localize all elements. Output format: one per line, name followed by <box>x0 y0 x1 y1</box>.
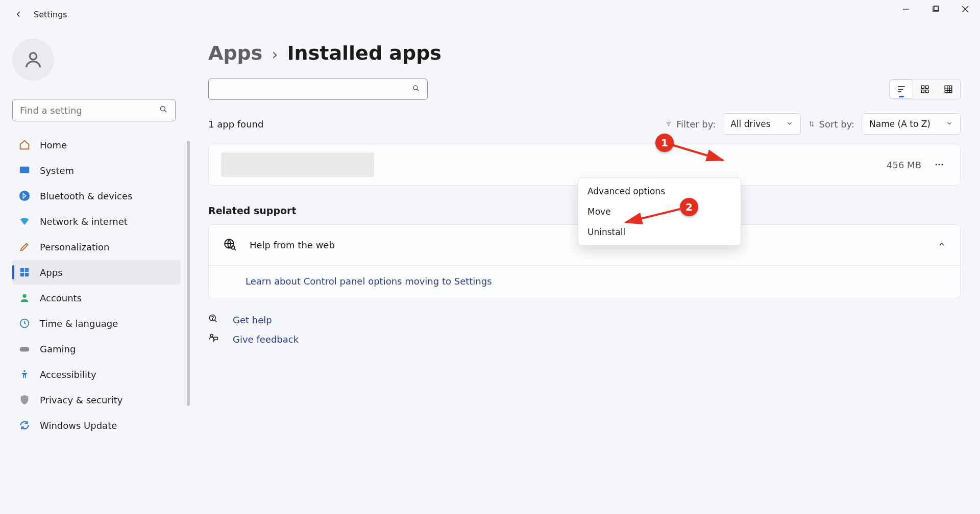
close-button[interactable] <box>950 0 980 18</box>
svg-line-43 <box>215 320 217 322</box>
system-icon <box>17 163 32 177</box>
find-setting-search[interactable] <box>12 99 176 121</box>
nav-windows-update[interactable]: Windows Update <box>12 413 181 438</box>
svg-point-42 <box>212 319 213 320</box>
nav-system[interactable]: System <box>12 158 181 183</box>
app-more-button[interactable] <box>930 156 948 173</box>
chevron-down-icon <box>786 119 793 129</box>
help-icon <box>208 314 219 326</box>
svg-point-36 <box>939 164 940 166</box>
title-bar: Settings <box>0 0 980 29</box>
nav-label: Bluetooth & devices <box>40 191 132 201</box>
svg-rect-27 <box>945 86 952 93</box>
sidebar: Home System Bluetooth & devices Network … <box>0 29 189 514</box>
nav-accounts[interactable]: Accounts <box>12 286 181 310</box>
nav-time-language[interactable]: Time & language <box>12 311 181 336</box>
user-avatar[interactable] <box>12 39 54 81</box>
app-name-placeholder <box>221 152 374 177</box>
nav-apps[interactable]: Apps <box>12 260 181 285</box>
svg-rect-11 <box>25 268 29 272</box>
nav-label: Accounts <box>40 293 82 303</box>
nav-label: Time & language <box>40 318 118 329</box>
filter-dropdown[interactable]: All drives <box>723 113 800 135</box>
minimize-button[interactable] <box>891 0 921 18</box>
nav-bluetooth[interactable]: Bluetooth & devices <box>12 184 181 208</box>
svg-rect-23 <box>921 86 924 88</box>
nav-label: Accessibility <box>40 369 96 380</box>
svg-rect-13 <box>25 273 29 276</box>
svg-line-7 <box>164 110 166 112</box>
feedback-link[interactable]: Give feedback <box>233 334 299 345</box>
apps-icon <box>17 265 32 279</box>
filter-label: Filter by: <box>665 119 716 130</box>
view-grid-button[interactable] <box>913 80 937 99</box>
sort-label: Sort by: <box>808 119 854 130</box>
app-size: 456 MB <box>887 160 921 170</box>
svg-point-6 <box>160 106 165 111</box>
breadcrumb-parent[interactable]: Apps <box>208 42 262 64</box>
svg-rect-16 <box>20 347 29 351</box>
accessibility-icon <box>17 367 32 381</box>
filter-icon <box>665 120 672 127</box>
window-title: Settings <box>34 10 67 19</box>
nav-label: Personalization <box>40 242 109 252</box>
svg-point-18 <box>413 86 418 90</box>
svg-point-35 <box>936 164 937 166</box>
support-link[interactable]: Learn about Control panel options moving… <box>246 276 492 287</box>
nav-label: Gaming <box>40 344 76 354</box>
get-help-link[interactable]: Get help <box>233 315 272 325</box>
breadcrumb-separator: › <box>272 45 278 63</box>
nav-label: Apps <box>40 267 63 278</box>
nav-accessibility[interactable]: Accessibility <box>12 362 181 387</box>
support-link-row: Learn about Control panel options moving… <box>209 266 960 298</box>
nav-personalization[interactable]: Personalization <box>12 235 181 259</box>
svg-rect-45 <box>214 337 218 340</box>
sort-dropdown[interactable]: Name (A to Z) <box>862 113 961 135</box>
nav-label: System <box>40 165 74 176</box>
window-controls <box>891 0 980 18</box>
app-search-box[interactable] <box>208 79 428 100</box>
svg-rect-8 <box>20 167 29 173</box>
home-icon <box>17 138 32 152</box>
breadcrumb: Apps › Installed apps <box>208 42 961 64</box>
back-button[interactable] <box>10 6 27 22</box>
find-setting-input[interactable] <box>20 105 159 116</box>
svg-line-19 <box>417 89 419 91</box>
svg-rect-12 <box>20 273 24 276</box>
globe-search-icon <box>223 238 236 253</box>
result-count: 1 app found <box>208 119 263 130</box>
feedback-row: Give feedback <box>208 333 961 345</box>
main-content: Apps › Installed apps <box>189 29 980 514</box>
gaming-icon <box>17 342 32 356</box>
maximize-button[interactable] <box>921 0 950 18</box>
svg-line-47 <box>626 209 680 222</box>
svg-rect-26 <box>926 90 928 93</box>
wifi-icon <box>17 214 32 228</box>
svg-rect-10 <box>20 268 24 272</box>
get-help-row: Get help <box>208 314 961 326</box>
sort-value: Name (A to Z) <box>869 119 930 129</box>
annotation-badge-2: 2 <box>680 198 698 216</box>
nav-gaming[interactable]: Gaming <box>12 337 181 361</box>
bluetooth-icon <box>17 189 32 203</box>
chevron-up-icon[interactable] <box>938 240 946 250</box>
svg-rect-24 <box>926 86 928 88</box>
sort-icon <box>808 120 815 127</box>
breadcrumb-current: Installed apps <box>287 42 442 64</box>
nav-home[interactable]: Home <box>12 133 181 157</box>
view-list-button[interactable] <box>890 80 913 99</box>
menu-advanced-options[interactable]: Advanced options <box>578 181 741 201</box>
nav-label: Privacy & security <box>40 395 123 405</box>
svg-point-37 <box>942 164 943 166</box>
nav-network[interactable]: Network & internet <box>12 209 181 234</box>
svg-point-17 <box>23 370 26 372</box>
filter-value: All drives <box>730 119 770 129</box>
view-tiles-button[interactable] <box>937 80 960 99</box>
search-icon <box>412 84 420 94</box>
annotation-arrow-1 <box>669 140 730 165</box>
view-toggle <box>889 79 961 99</box>
nav-privacy[interactable]: Privacy & security <box>12 388 181 412</box>
svg-line-40 <box>234 249 236 250</box>
nav-label: Windows Update <box>40 420 117 431</box>
feedback-icon <box>208 333 219 345</box>
